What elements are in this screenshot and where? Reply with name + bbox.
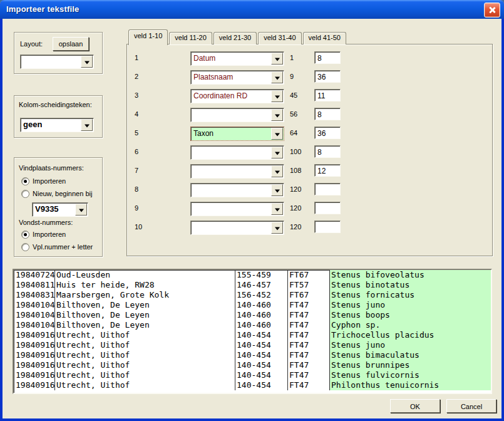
width-input-6[interactable] [314, 145, 341, 158]
field-combo-dropdown[interactable] [271, 53, 283, 65]
layout-combo[interactable] [20, 55, 94, 69]
field-combo-dropdown[interactable] [271, 147, 283, 159]
field-number: 6 [135, 148, 138, 155]
preview-cell-coords: 140-454 [235, 330, 288, 340]
field-combo-dropdown[interactable] [271, 71, 283, 83]
start-number-value: V9335 [35, 204, 59, 214]
field-combo-value: Datum [193, 54, 215, 63]
field-number: 1 [135, 54, 138, 61]
start-number-dropdown[interactable] [75, 204, 87, 216]
radio-import-vondst[interactable]: Importeren [21, 230, 96, 238]
width-input-1[interactable] [314, 51, 341, 64]
preview-cell-date: 19840104 [14, 320, 55, 330]
preview-cell-grid: FT57 [288, 280, 330, 290]
field-combo-dropdown[interactable] [271, 184, 283, 196]
preview-cell-place: Utrecht, Uithof [55, 350, 235, 360]
field-number: 4 [135, 110, 138, 118]
field-combo-dropdown[interactable] [271, 203, 283, 215]
tab-veld-1-10[interactable]: veld 1-10 [128, 29, 168, 45]
start-position: 120 [290, 223, 301, 231]
field-combo-2[interactable]: Plaatsnaam [190, 70, 284, 85]
preview-cell-coords: 140-454 [235, 350, 288, 360]
titlebar[interactable]: Importeer tekstfile [0, 0, 504, 19]
save-layout-button[interactable]: opslaan [53, 37, 89, 51]
preview-cell-grid: FT67 [288, 290, 330, 300]
preview-cell-taxon: Stenus binotatus [330, 280, 491, 290]
layout-combo-dropdown[interactable] [81, 56, 93, 68]
width-input-8[interactable] [314, 183, 341, 195]
width-input-10[interactable] [314, 221, 341, 233]
field-combo-1[interactable]: Datum [190, 51, 284, 66]
chevron-down-icon [275, 170, 280, 174]
preview-cell-grid: FT47 [288, 350, 330, 360]
field-row: 5 Taxon 64 [127, 127, 492, 140]
close-icon [488, 6, 496, 14]
preview-cell-taxon: Stenus brunnipes [330, 360, 491, 370]
field-combo-dropdown[interactable] [271, 222, 283, 234]
field-combo-9[interactable] [190, 202, 284, 216]
tab-veld-41-50[interactable]: veld 41-50 [303, 32, 346, 44]
chevron-down-icon [275, 208, 280, 211]
preview-cell-date: 19840916 [14, 360, 55, 370]
chevron-down-icon [275, 227, 280, 230]
radio-new-starting-at-label: Nieuw, beginnen bij [33, 190, 92, 197]
preview-cell-grid: FT47 [288, 310, 330, 320]
radio-vpl-number-letter[interactable]: Vpl.nummer + letter [21, 242, 100, 251]
field-combo-3[interactable]: Coordinaten RD [190, 89, 284, 103]
preview-cell-place: Utrecht, Uithof [55, 330, 235, 340]
preview-cell-place: Utrecht, Uithof [55, 380, 235, 390]
column-separator-dropdown[interactable] [81, 119, 93, 131]
start-position: 100 [290, 148, 301, 155]
column-separator-combo[interactable]: geen [20, 118, 94, 132]
width-input-4[interactable] [314, 108, 341, 120]
radio-import-vindplaats[interactable]: Importeren [21, 177, 96, 185]
field-combo-dropdown[interactable] [271, 109, 283, 121]
close-button[interactable] [484, 3, 500, 18]
field-combo-5-taxon-highlighted[interactable]: Taxon [190, 127, 284, 141]
field-row: 10 120 [127, 221, 492, 234]
field-combo-dropdown[interactable] [271, 165, 283, 177]
width-input-2[interactable] [314, 70, 341, 83]
width-input-5[interactable] [314, 127, 341, 139]
field-combo-dropdown[interactable] [271, 90, 283, 102]
radio-import-vindplaats-label: Importeren [33, 177, 66, 185]
start-position: 1 [290, 54, 294, 61]
chevron-down-icon [275, 95, 280, 98]
radio-new-starting-at[interactable]: Nieuw, beginnen bij [21, 189, 100, 197]
field-combo-dropdown[interactable] [271, 128, 283, 140]
import-preview-table: 19840724 Oud-Leusden 155-459 FT67 Stenus… [13, 269, 492, 394]
preview-cell-place: Huis ter heide, RW28 [55, 280, 235, 290]
field-number: 5 [135, 129, 138, 137]
field-combo-value: Plaatsnaam [193, 73, 233, 81]
preview-cell-place: Bilthoven, De Leyen [55, 310, 235, 320]
preview-cell-date: 19840831 [14, 290, 55, 300]
tab-veld-31-40[interactable]: veld 31-40 [258, 32, 301, 44]
preview-cell-taxon: Trichocellus placidus [330, 330, 491, 340]
field-combo-4[interactable] [190, 108, 284, 122]
numbering-group: Vindplaats-nummers: Importeren Nieuw, be… [14, 157, 103, 257]
chevron-down-icon [85, 61, 90, 64]
preview-cell-date: 19840916 [14, 330, 55, 340]
tab-veld-11-20[interactable]: veld 11-20 [169, 32, 212, 44]
ok-button[interactable]: OK [390, 399, 440, 413]
preview-cell-place: Utrecht, Uithof [55, 340, 235, 350]
chevron-down-icon [275, 133, 280, 136]
vindplaats-label: Vindplaats-nummers: [19, 164, 84, 172]
field-combo-7[interactable] [190, 164, 284, 179]
tab-veld-21-30[interactable]: veld 21-30 [213, 32, 257, 44]
preview-cell-coords: 140-460 [235, 300, 288, 310]
field-combo-6[interactable] [190, 145, 284, 160]
preview-cell-date: 19840916 [14, 340, 55, 350]
field-combo-8[interactable] [190, 183, 284, 197]
field-combo-10[interactable] [190, 221, 284, 235]
field-tabs: veld 1-10 veld 11-20 veld 21-30 veld 31-… [128, 31, 347, 44]
chevron-down-icon [275, 58, 280, 61]
cancel-button[interactable]: Cancel [446, 399, 496, 413]
preview-cell-place: Utrecht, Uithof [55, 370, 235, 380]
radio-import-vondst-label: Importeren [33, 231, 66, 238]
preview-cell-grid: FT47 [288, 380, 330, 390]
start-number-combo[interactable]: V9335 [32, 202, 88, 217]
width-input-3[interactable] [314, 89, 341, 101]
width-input-7[interactable] [314, 164, 341, 177]
width-input-9[interactable] [314, 202, 341, 214]
